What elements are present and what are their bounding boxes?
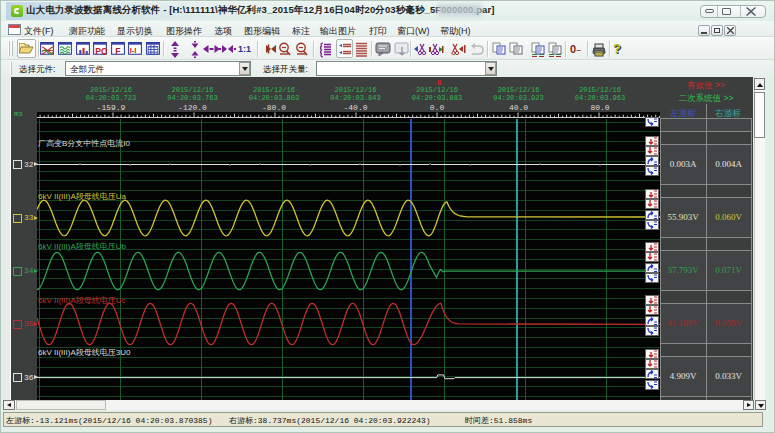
svg-text:F: F [115, 46, 120, 55]
svg-text:PQ: PQ [95, 46, 107, 55]
svg-text:I-I: I-I [130, 46, 137, 55]
